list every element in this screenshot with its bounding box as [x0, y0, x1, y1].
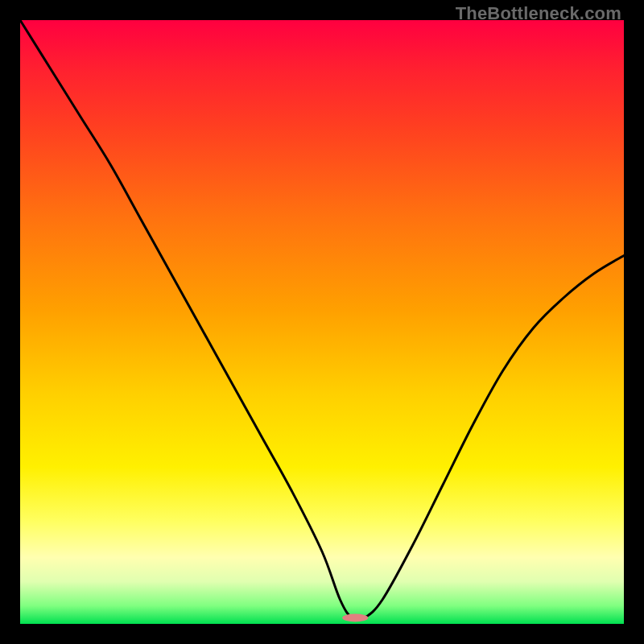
- plot-area: [20, 20, 624, 624]
- chart-container: TheBottleneck.com: [0, 0, 644, 644]
- watermark-text: TheBottleneck.com: [456, 3, 621, 24]
- bottleneck-curve: [20, 20, 624, 621]
- curve-svg: [20, 20, 624, 624]
- optimal-marker: [342, 614, 368, 622]
